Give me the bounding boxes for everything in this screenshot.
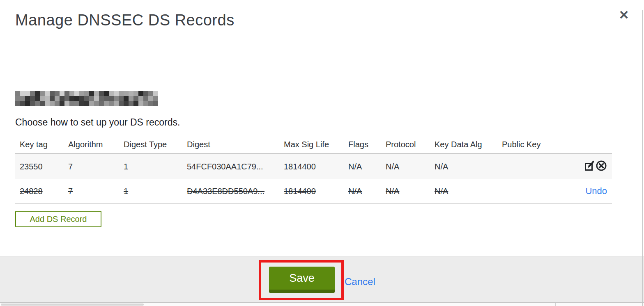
page-title: Manage DNSSEC DS Records [15, 11, 235, 29]
table-header-row: Key tag Algorithm Digest Type Digest Max… [15, 135, 612, 154]
column-header-digest: Digest [182, 135, 279, 154]
cell-digest: 54FCF030AA1C79... [182, 154, 279, 179]
row-actions: Undo [579, 179, 612, 204]
cell-protocol: N/A [381, 179, 430, 204]
cell-algorithm: 7 [64, 154, 119, 179]
add-ds-record-button[interactable]: Add DS Record [15, 211, 101, 227]
cell-public-key [497, 179, 579, 204]
redacted-domain-name [15, 91, 158, 106]
column-header-protocol: Protocol [381, 135, 430, 154]
undo-link[interactable]: Undo [585, 186, 607, 196]
column-header-key-data-alg: Key Data Alg [430, 135, 497, 154]
cell-key-tag: 23550 [15, 154, 64, 179]
delete-record-button[interactable] [596, 160, 607, 171]
table-row: 24828 7 1 D4A33E8DD550A9... 1814400 N/A … [15, 179, 612, 204]
cell-protocol: N/A [381, 154, 430, 179]
cell-max-sig-life: 1814400 [279, 179, 344, 204]
column-header-public-key: Public Key [497, 135, 579, 154]
cell-public-key [497, 154, 579, 179]
red-annotation-box: Save [259, 260, 344, 300]
column-header-digest-type: Digest Type [119, 135, 182, 154]
horizontal-scrollbar-thumb[interactable] [1, 304, 144, 306]
cell-flags: N/A [344, 179, 381, 204]
cell-algorithm: 7 [64, 179, 119, 204]
cell-digest-type: 1 [119, 154, 182, 179]
close-icon[interactable]: ✕ [616, 7, 631, 22]
cell-key-data-alg: N/A [430, 154, 497, 179]
cell-max-sig-life: 1814400 [279, 154, 344, 179]
cell-key-tag: 24828 [15, 179, 64, 204]
edit-record-button[interactable] [584, 160, 595, 171]
table-row: 23550 7 1 54FCF030AA1C79... 1814400 N/A … [15, 154, 612, 179]
column-header-algorithm: Algorithm [64, 135, 119, 154]
column-header-max-sig-life: Max Sig Life [279, 135, 344, 154]
browser-bottom-strip [0, 303, 644, 306]
cancel-link[interactable]: Cancel [345, 276, 375, 288]
instruction-text: Choose how to set up your DS records. [15, 117, 180, 128]
cell-digest-type: 1 [119, 179, 182, 204]
cell-key-data-alg: N/A [430, 179, 497, 204]
column-header-key-tag: Key tag [15, 135, 64, 154]
edit-icon [584, 160, 595, 171]
remove-circle-icon [596, 160, 607, 171]
cell-digest: D4A33E8DD550A9... [182, 179, 279, 204]
column-header-flags: Flags [344, 135, 381, 154]
row-actions [579, 154, 612, 179]
vertical-scrollbar-track[interactable] [642, 10, 643, 306]
modal-footer: Save Cancel [0, 256, 644, 303]
ds-records-table: Key tag Algorithm Digest Type Digest Max… [15, 135, 612, 204]
bottom-strip-divider [555, 303, 556, 306]
column-header-actions [579, 135, 612, 154]
cell-flags: N/A [344, 154, 381, 179]
save-button[interactable]: Save [269, 267, 335, 293]
